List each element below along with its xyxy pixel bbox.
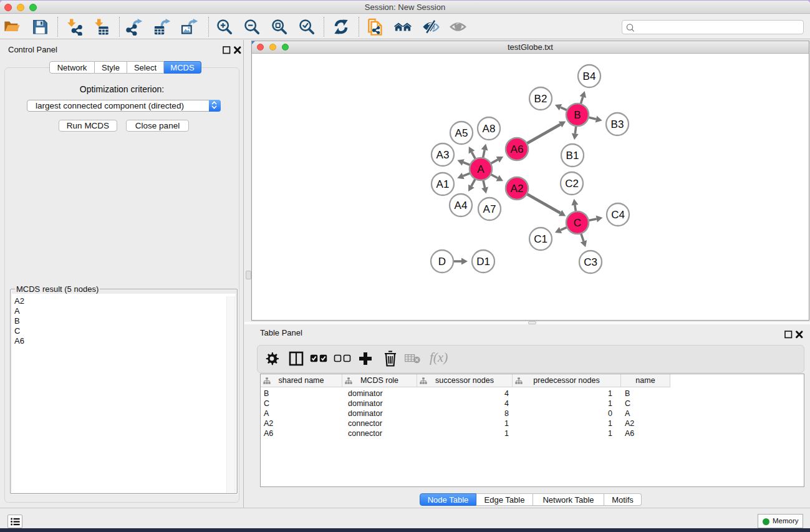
svg-text:A7: A7	[483, 203, 496, 215]
svg-text:D1: D1	[476, 256, 490, 268]
svg-text:A8: A8	[483, 123, 496, 135]
svg-text:A3: A3	[436, 149, 450, 161]
svg-text:C2: C2	[565, 178, 579, 190]
svg-text:C4: C4	[611, 209, 625, 221]
svg-text:C1: C1	[534, 233, 547, 245]
svg-text:A1: A1	[436, 178, 450, 190]
svg-text:A5: A5	[455, 127, 468, 139]
svg-text:A4: A4	[455, 200, 468, 211]
svg-text:B: B	[574, 109, 581, 121]
svg-text:B1: B1	[566, 150, 579, 162]
svg-text:C: C	[574, 217, 581, 229]
svg-text:A6: A6	[511, 143, 524, 155]
svg-text:B2: B2	[534, 93, 547, 105]
svg-text:C3: C3	[584, 256, 597, 268]
svg-text:A: A	[477, 163, 485, 175]
svg-text:D: D	[438, 256, 446, 268]
svg-text:B3: B3	[611, 118, 624, 130]
svg-text:B4: B4	[583, 70, 596, 82]
svg-text:A2: A2	[511, 183, 524, 195]
